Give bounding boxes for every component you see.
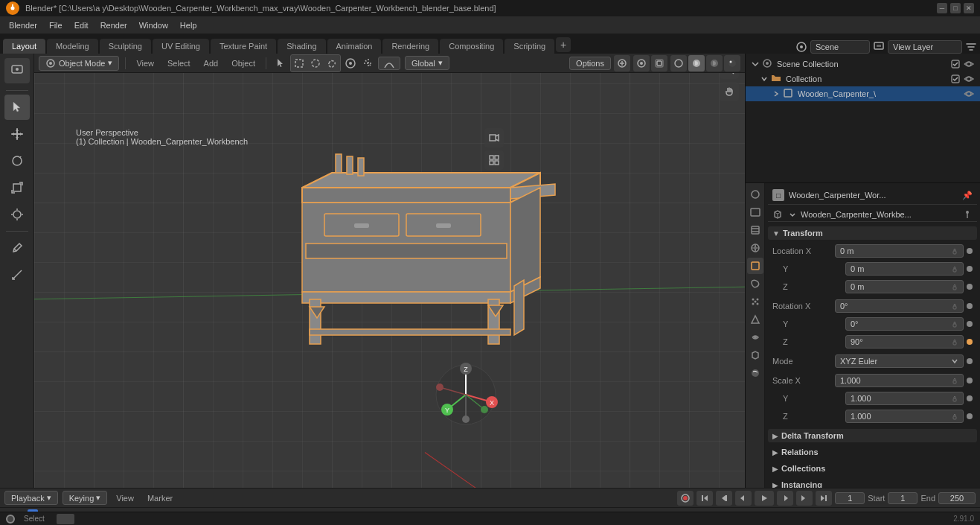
material-props-icon[interactable]: [747, 365, 763, 381]
rotation-y-lock[interactable]: [951, 320, 958, 328]
scale-y-lock[interactable]: [951, 395, 958, 402]
tab-scripting[interactable]: Scripting: [505, 39, 554, 54]
tab-animation[interactable]: Animation: [327, 39, 382, 54]
cursor-mode-icon[interactable]: [272, 55, 289, 71]
data-pin-icon[interactable]: [962, 209, 973, 220]
rotation-x-input[interactable]: 0°: [835, 299, 964, 313]
menu-help[interactable]: Help: [174, 19, 203, 31]
move-tool-button[interactable]: [4, 121, 30, 147]
hand-pan-button[interactable]: [720, 82, 739, 101]
view-menu[interactable]: View: [132, 57, 158, 69]
transform-tool-button[interactable]: [4, 202, 30, 227]
measure-button[interactable]: [4, 262, 30, 287]
location-z-input[interactable]: 0 m: [845, 280, 964, 293]
outliner-row-scene-collection[interactable]: Scene Collection: [746, 57, 980, 71]
tab-compositing[interactable]: Compositing: [440, 39, 503, 54]
lock-z-icon[interactable]: [951, 283, 958, 290]
view-layer-input[interactable]: [888, 40, 962, 54]
scale-z-lock[interactable]: [951, 413, 958, 420]
physics-props-icon[interactable]: [747, 311, 763, 328]
menu-edit[interactable]: Edit: [68, 19, 95, 31]
scale-z-input[interactable]: 1.000: [845, 410, 964, 423]
material-shading[interactable]: [706, 55, 723, 71]
rotation-z-lock[interactable]: [951, 338, 958, 346]
annotate-button[interactable]: [4, 235, 30, 261]
outliner-row-collection[interactable]: Collection: [746, 71, 980, 86]
rotation-y-input[interactable]: 0°: [845, 317, 964, 331]
start-frame-input[interactable]: 1: [888, 492, 917, 504]
cursor-tool-button[interactable]: [4, 95, 30, 120]
select-menu[interactable]: Select: [163, 57, 195, 69]
proportional-edit-icon[interactable]: [342, 55, 359, 71]
delta-transform-header[interactable]: ▶ Delta Transform: [768, 429, 977, 442]
close-button[interactable]: ✕: [964, 3, 974, 13]
restore-button[interactable]: □: [950, 3, 961, 13]
rotation-x-lock[interactable]: [951, 302, 958, 310]
add-menu[interactable]: Add: [199, 57, 223, 69]
transform-section-header[interactable]: ▼ Transform: [768, 226, 977, 240]
global-button[interactable]: Global ▾: [405, 56, 449, 70]
view-layer-props-icon[interactable]: [747, 222, 763, 238]
location-y-input[interactable]: 0 m: [845, 262, 964, 276]
menu-blender[interactable]: Blender: [3, 19, 43, 31]
modifier-props-icon[interactable]: [747, 276, 763, 292]
object-eye[interactable]: [964, 89, 974, 99]
camera-view-icon[interactable]: [484, 128, 504, 147]
object-props-icon[interactable]: [747, 258, 763, 274]
next-frame-button[interactable]: [796, 491, 813, 506]
xray-toggle[interactable]: [651, 55, 667, 71]
scene-collection-eye[interactable]: [964, 59, 974, 69]
next-key-button[interactable]: [777, 491, 793, 506]
scene-props-icon[interactable]: [747, 186, 763, 203]
scene-input[interactable]: [810, 40, 870, 54]
lock-x-icon[interactable]: [951, 247, 958, 255]
current-frame-input[interactable]: 1: [835, 492, 865, 504]
collection-eye[interactable]: [964, 74, 974, 84]
3d-viewport[interactable]: User Perspective (1) Collection | Wooden…: [34, 54, 745, 488]
overlay-toggle[interactable]: [633, 55, 650, 71]
rotation-mode-select[interactable]: XYZ Euler: [835, 354, 964, 368]
record-button[interactable]: [677, 491, 694, 506]
options-button[interactable]: Options: [569, 57, 611, 70]
end-frame-input[interactable]: 250: [938, 492, 976, 504]
scale-tool-button[interactable]: [4, 175, 30, 200]
keying-menu[interactable]: Keying ▾: [63, 491, 108, 505]
circle-select-icon[interactable]: [307, 55, 324, 71]
pin-icon[interactable]: 📌: [962, 191, 973, 200]
scale-y-input[interactable]: 1.000: [845, 392, 964, 405]
timeline-view-menu[interactable]: View: [112, 492, 138, 504]
tab-shading[interactable]: Shading: [278, 39, 325, 54]
location-x-input[interactable]: 0 m: [835, 244, 964, 258]
collection-check[interactable]: [950, 74, 961, 84]
gizmo-toggle[interactable]: [614, 55, 630, 71]
tab-layout[interactable]: Layout: [3, 39, 45, 54]
menu-window[interactable]: Window: [133, 19, 174, 31]
outliner-row-object[interactable]: Wooden_Carpenter_\: [746, 86, 980, 101]
particles-props-icon[interactable]: [747, 293, 763, 310]
tab-sculpting[interactable]: Sculpting: [100, 39, 151, 54]
minimize-button[interactable]: ─: [937, 3, 947, 13]
tab-texture-paint[interactable]: Texture Paint: [211, 39, 276, 54]
tab-modeling[interactable]: Modeling: [47, 39, 98, 54]
rotate-tool-button[interactable]: [4, 148, 30, 174]
scene-collection-check[interactable]: [950, 59, 961, 69]
play-button[interactable]: [755, 491, 774, 506]
prev-key-button[interactable]: [735, 491, 752, 506]
rotation-z-input[interactable]: 90°: [845, 335, 964, 349]
menu-render[interactable]: Render: [95, 19, 133, 31]
lasso-select-icon[interactable]: [324, 55, 340, 71]
playback-menu[interactable]: Playback ▾: [4, 491, 58, 505]
prev-frame-button[interactable]: [716, 491, 732, 506]
box-select-icon[interactable]: [291, 55, 307, 71]
snap-icon[interactable]: [360, 55, 377, 71]
object-mode-button[interactable]: Object Mode ▾: [39, 56, 119, 71]
skip-end-button[interactable]: [816, 491, 832, 506]
solid-shading[interactable]: [688, 55, 705, 71]
tab-rendering[interactable]: Rendering: [382, 39, 438, 54]
output-props-icon[interactable]: [747, 204, 763, 220]
timeline-marker-menu[interactable]: Marker: [143, 492, 177, 504]
scale-x-lock[interactable]: [951, 377, 958, 384]
menu-file[interactable]: File: [43, 19, 68, 31]
rendered-shading[interactable]: [724, 55, 740, 71]
data-props-icon[interactable]: [747, 347, 763, 363]
